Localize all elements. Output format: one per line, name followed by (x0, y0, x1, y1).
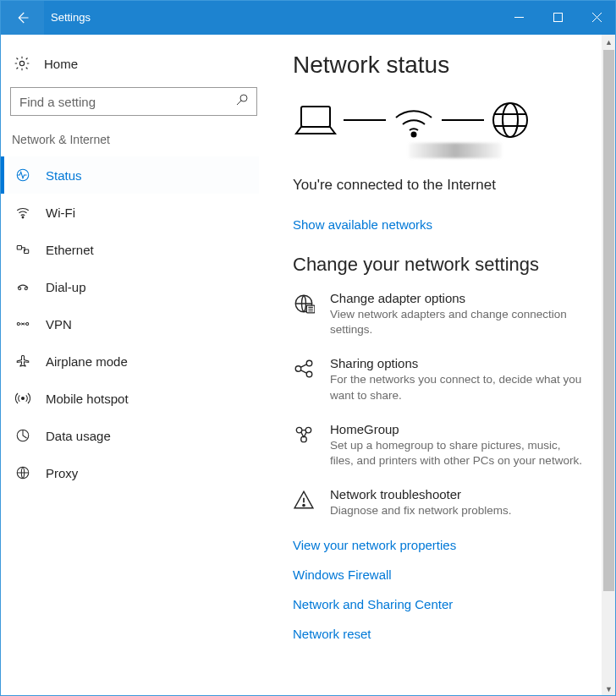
sidebar-item-label: Data usage (46, 429, 111, 443)
window-title: Settings (44, 0, 499, 35)
sidebar-item-dialup[interactable]: Dial-up (8, 268, 259, 305)
svg-point-21 (306, 361, 312, 367)
home-button[interactable]: Home (8, 50, 259, 87)
sidebar-item-proxy[interactable]: Proxy (8, 454, 259, 491)
vpn-icon (15, 316, 30, 332)
hotspot-icon (15, 391, 30, 406)
svg-point-8 (25, 288, 27, 290)
scrollbar[interactable]: ▲ ▼ (602, 35, 616, 696)
airplane-icon (15, 353, 30, 369)
globe-icon (489, 99, 531, 141)
ethernet-icon (15, 242, 30, 257)
setting-title: Change adapter options (330, 291, 584, 305)
setting-title: HomeGroup (330, 422, 584, 436)
svg-point-9 (17, 323, 19, 326)
svg-point-4 (22, 216, 24, 218)
laptop-icon (293, 101, 338, 139)
window-controls (499, 0, 616, 35)
setting-desc: Set up a homegroup to share pictures, mu… (330, 438, 584, 469)
svg-point-11 (22, 397, 25, 400)
svg-point-1 (19, 61, 24, 65)
setting-desc: For the networks you connect to, decide … (330, 372, 584, 403)
category-label: Network & Internet (8, 133, 259, 156)
svg-rect-14 (301, 107, 330, 127)
svg-point-15 (412, 133, 416, 137)
close-button[interactable] (577, 0, 616, 35)
sidebar-item-label: Status (46, 168, 82, 183)
setting-title: Sharing options (330, 356, 584, 370)
network-diagram (293, 99, 591, 141)
sharing-icon (293, 358, 315, 380)
back-button[interactable] (0, 0, 44, 35)
page-title: Network status (293, 52, 591, 79)
sidebar-item-wifi[interactable]: Wi-Fi (8, 194, 259, 231)
adapter-icon (293, 293, 315, 315)
sidebar-item-label: Dial-up (46, 280, 86, 294)
svg-point-7 (19, 288, 21, 290)
sidebar-item-ethernet[interactable]: Ethernet (8, 231, 259, 268)
dialup-icon (15, 279, 30, 294)
svg-point-20 (295, 366, 301, 372)
sidebar-item-status[interactable]: Status (8, 156, 259, 194)
svg-point-10 (26, 323, 29, 326)
home-label: Home (44, 57, 78, 71)
proxy-icon (15, 465, 30, 480)
setting-troubleshooter[interactable]: Network troubleshooter Diagnose and fix … (293, 487, 591, 518)
setting-change-adapter[interactable]: Change adapter options View network adap… (293, 291, 591, 337)
svg-point-17 (503, 103, 518, 137)
sidebar-item-vpn[interactable]: VPN (8, 305, 259, 343)
link-network-sharing-center[interactable]: Network and Sharing Center (293, 597, 591, 611)
svg-rect-0 (553, 14, 562, 22)
gear-icon (14, 55, 30, 72)
scrollbar-thumb[interactable] (603, 50, 614, 591)
setting-homegroup[interactable]: HomeGroup Set up a homegroup to share pi… (293, 422, 591, 469)
svg-point-16 (493, 103, 527, 137)
datausage-icon (15, 428, 30, 443)
setting-sharing[interactable]: Sharing options For the networks you con… (293, 356, 591, 403)
search-input[interactable] (10, 87, 257, 116)
search-icon (235, 93, 249, 110)
svg-point-26 (303, 505, 305, 507)
main-panel: Network status You're connected to the I… (267, 35, 616, 696)
svg-rect-5 (17, 246, 21, 250)
maximize-button[interactable] (538, 0, 577, 35)
status-icon (15, 167, 30, 183)
setting-title: Network troubleshooter (330, 487, 512, 501)
troubleshooter-icon (293, 489, 315, 511)
sidebar-item-label: Mobile hotspot (46, 392, 129, 406)
setting-desc: Diagnose and fix network problems. (330, 503, 512, 518)
link-network-properties[interactable]: View your network properties (293, 538, 591, 552)
sidebar-item-label: Proxy (46, 466, 78, 480)
scroll-down-arrow[interactable]: ▼ (602, 682, 616, 696)
wifi-icon (15, 205, 30, 220)
link-network-reset[interactable]: Network reset (293, 627, 591, 641)
titlebar: Settings (0, 0, 616, 35)
setting-desc: View network adapters and change connect… (330, 307, 584, 337)
minimize-button[interactable] (499, 0, 538, 35)
sidebar-item-label: Wi-Fi (46, 206, 75, 220)
connection-status: You're connected to the Internet (293, 177, 591, 194)
svg-point-22 (306, 372, 312, 378)
sidebar-item-label: Airplane mode (46, 354, 128, 369)
scroll-up-arrow[interactable]: ▲ (602, 35, 616, 49)
sidebar-item-datausage[interactable]: Data usage (8, 417, 259, 454)
homegroup-icon (293, 424, 315, 446)
wifi-diagram-icon (391, 101, 437, 139)
sidebar-item-label: Ethernet (46, 243, 94, 257)
sidebar: Home Network & Internet Status Wi-Fi Eth… (0, 35, 267, 696)
change-settings-heading: Change your network settings (293, 254, 591, 276)
sidebar-item-airplane[interactable]: Airplane mode (8, 343, 259, 380)
sidebar-item-hotspot[interactable]: Mobile hotspot (8, 380, 259, 417)
link-windows-firewall[interactable]: Windows Firewall (293, 567, 591, 582)
sidebar-item-label: VPN (46, 317, 72, 332)
network-name-blurred (409, 143, 502, 158)
show-networks-link[interactable]: Show available networks (293, 217, 591, 232)
